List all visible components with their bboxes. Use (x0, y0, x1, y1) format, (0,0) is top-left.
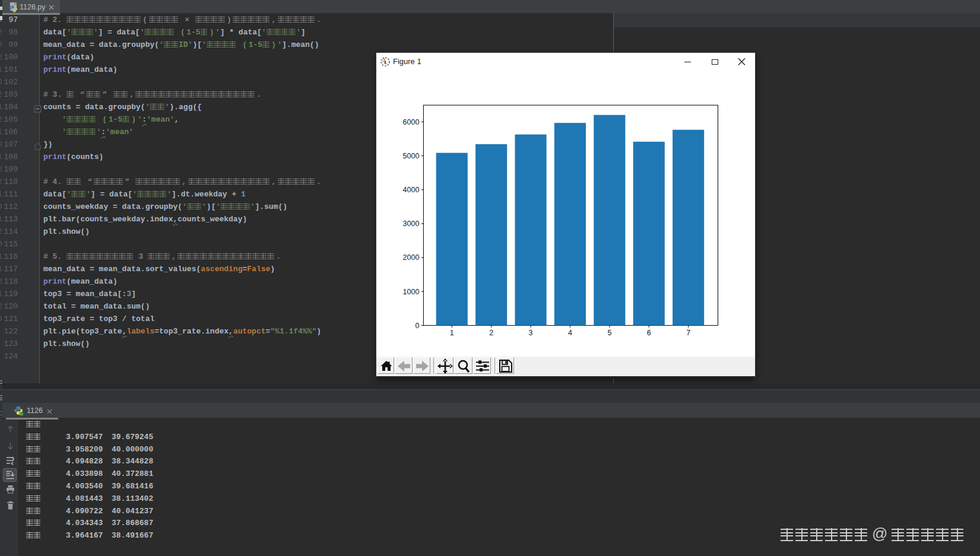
svg-text:0: 0 (415, 322, 419, 330)
svg-text:3000: 3000 (403, 220, 420, 228)
svg-text:7: 7 (686, 329, 690, 337)
svg-text:6000: 6000 (403, 118, 420, 126)
svg-text:4: 4 (568, 329, 572, 337)
svg-text:4000: 4000 (403, 186, 420, 194)
svg-text:5: 5 (607, 329, 611, 337)
svg-text:2000: 2000 (403, 253, 420, 262)
svg-text:6: 6 (647, 329, 651, 337)
svg-text:1: 1 (450, 329, 454, 337)
svg-text:3: 3 (529, 329, 533, 337)
svg-text:5000: 5000 (403, 152, 420, 160)
svg-text:2: 2 (489, 329, 493, 337)
svg-text:1000: 1000 (403, 288, 420, 296)
